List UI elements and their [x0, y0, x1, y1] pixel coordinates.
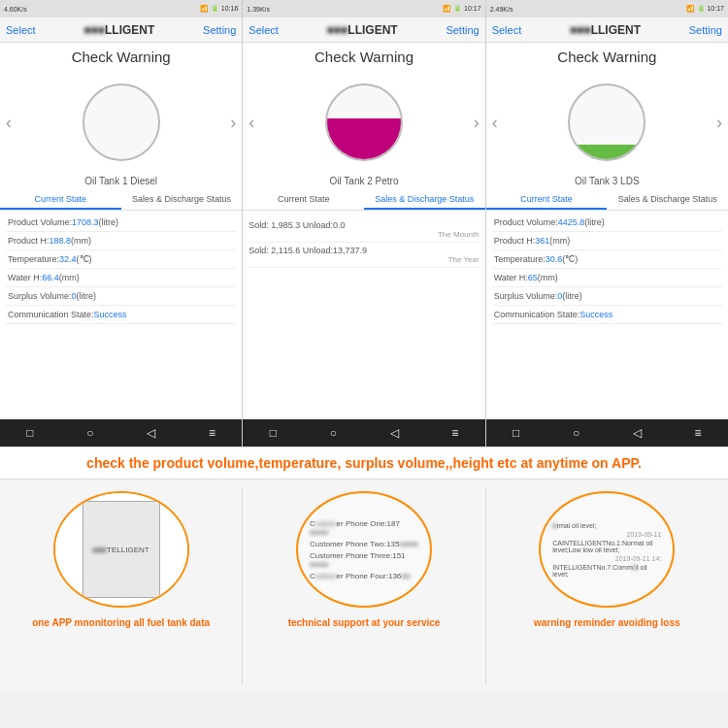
sales-list-2: Sold: 1,985.3 Unload:0.0 The Mounth Sold…: [243, 214, 484, 419]
status-bar-1: 4.60K/s 📶 🔋 10:16: [0, 0, 242, 17]
android-menu-3[interactable]: ≡: [695, 426, 702, 440]
nav-title-1: ■■■LLIGENT: [83, 23, 154, 37]
android-back-1[interactable]: ◁: [147, 426, 155, 440]
nav-title-2: ■■■LLIGENT: [327, 23, 398, 37]
tab-sales-1[interactable]: Sales & Discharge Status: [121, 190, 243, 210]
status-signal-1: 4.60K/s: [4, 6, 27, 13]
bottom-label-1: one APP mnonitoring all fuel tank data: [32, 617, 210, 628]
tab-current-state-3[interactable]: Current State: [486, 190, 608, 210]
data-row-3-3: Water H:65(mm): [492, 269, 722, 287]
tab-current-state-2[interactable]: Current State: [243, 190, 364, 210]
tab-sales-3[interactable]: Sales & Discharge Status: [607, 190, 728, 210]
data-row-1-4: Surplus Volume:0(litre): [6, 287, 236, 306]
contacts-content: Customer Phone One:187●●●● Customer Phon…: [306, 515, 422, 584]
data-row-1-2: Temperature:32.4(℃): [6, 250, 236, 269]
data-row-3-2: Temperature:30.6(℃): [492, 250, 722, 269]
arrow-right-1[interactable]: ›: [230, 113, 236, 133]
tab-bar-2: Current State Sales & Discharge Status: [243, 190, 484, 211]
arrow-left-1[interactable]: ‹: [6, 113, 12, 133]
sales-row-2-0: Sold: 1,985.3 Unload:0.0 The Mounth: [248, 217, 479, 243]
data-row-1-0: Product Volume:1708.3(litre): [6, 214, 236, 232]
tank-circle-1: [83, 83, 160, 161]
nav-setting-3[interactable]: Setting: [689, 24, 722, 36]
tank-circle-3: [568, 83, 645, 161]
check-warning-title-2: Check Warning: [243, 43, 484, 69]
status-signal-2: 1.39K/s: [247, 6, 270, 13]
tank-label-3: Oil Tank 3 LDS: [486, 176, 728, 186]
bottom-card-2: Customer Phone One:187●●●● Customer Phon…: [243, 487, 485, 685]
android-nav-2: □ ○ ◁ ≡: [243, 419, 484, 447]
nav-setting-2[interactable]: Setting: [446, 24, 479, 36]
data-row-3-4: Surplus Volume:0(litre): [492, 287, 722, 306]
tank-visual-2: ‹ ›: [243, 69, 484, 176]
android-circle-3[interactable]: ○: [573, 426, 579, 440]
android-square-3[interactable]: □: [513, 426, 519, 440]
check-warning-title-1: Check Warning: [0, 43, 242, 69]
nav-select-3[interactable]: Select: [492, 24, 522, 36]
bottom-card-1: ■■■TELLIGENT one APP mnonitoring all fue…: [0, 487, 243, 685]
status-bar-2: 1.39K/s 📶 🔋 10:17: [243, 0, 484, 17]
android-menu-2[interactable]: ≡: [451, 426, 458, 440]
status-icons-1: 📶 🔋 10:16: [200, 5, 238, 13]
android-menu-1[interactable]: ≡: [209, 426, 215, 440]
data-row-1-3: Water H:66.4(mm): [6, 269, 236, 287]
android-back-3[interactable]: ◁: [633, 426, 642, 440]
check-warning-title-3: Check Warning: [486, 43, 728, 69]
notifications-content: ■rmal oil level; 2019-09-11 CAINTELLIGEN…: [548, 518, 665, 581]
bottom-card-3: ■rmal oil level; 2019-09-11 CAINTELLIGEN…: [486, 487, 728, 685]
data-list-3: Product Volume:4425.8(litre) Product H:3…: [486, 214, 728, 419]
bottom-label-2: technical support at your service: [288, 617, 441, 628]
phone-3: 2.49K/s 📶 🔋 10:17 Select ■■■LLIGENT Sett…: [486, 0, 728, 447]
android-nav-3: □ ○ ◁ ≡: [486, 419, 728, 447]
status-icons-2: 📶 🔋 10:17: [443, 5, 480, 13]
tank-visual-3: ‹ ›: [486, 69, 728, 176]
android-square-2[interactable]: □: [270, 426, 277, 440]
android-square-1[interactable]: □: [26, 426, 33, 440]
phone-screen-1: ■■■TELLIGENT: [55, 493, 187, 606]
sales-row-2-1: Sold: 2,115.6 Unload:13,737.9 The Year: [248, 243, 479, 268]
oval-frame-1: ■■■TELLIGENT: [53, 491, 189, 608]
nav-bar-3: Select ■■■LLIGENT Setting: [486, 17, 728, 43]
data-row-1-5: Communication State:Success: [6, 306, 236, 324]
arrow-left-3[interactable]: ‹: [492, 113, 498, 133]
status-signal-3: 2.49K/s: [490, 6, 513, 13]
phone-inner-1: ■■■TELLIGENT: [83, 501, 160, 598]
nav-select-1[interactable]: Select: [6, 24, 36, 36]
oval-frame-2: Customer Phone One:187●●●● Customer Phon…: [296, 491, 432, 608]
data-row-1-1: Product H:188.8(mm): [6, 232, 236, 250]
arrow-right-3[interactable]: ›: [716, 113, 722, 133]
status-icons-3: 📶 🔋 10:17: [686, 5, 724, 13]
screen-text-1: ■■■TELLIGENT: [91, 544, 151, 556]
tab-bar-1: Current State Sales & Discharge Status: [0, 190, 242, 211]
bottom-label-3: warning reminder avoiding loss: [534, 617, 680, 628]
middle-description: check the product volume,temperature, su…: [0, 447, 728, 480]
android-circle-1[interactable]: ○: [86, 426, 93, 440]
tank-circle-2: [325, 83, 403, 161]
android-nav-1: □ ○ ◁ ≡: [0, 419, 242, 447]
arrow-left-2[interactable]: ‹: [248, 113, 254, 133]
data-row-3-0: Product Volume:4425.8(litre): [492, 214, 722, 232]
status-bar-3: 2.49K/s 📶 🔋 10:17: [486, 0, 728, 17]
nav-bar-1: Select ■■■LLIGENT Setting: [0, 17, 242, 43]
phone-2: 1.39K/s 📶 🔋 10:17 Select ■■■LLIGENT Sett…: [243, 0, 485, 447]
nav-select-2[interactable]: Select: [248, 24, 279, 36]
bottom-cards-container: ■■■TELLIGENT one APP mnonitoring all fue…: [0, 480, 728, 693]
tab-sales-2[interactable]: Sales & Discharge Status: [364, 190, 485, 210]
android-back-2[interactable]: ◁: [390, 426, 399, 440]
tab-bar-3: Current State Sales & Discharge Status: [486, 190, 728, 211]
arrow-right-2[interactable]: ›: [474, 113, 480, 133]
tank-visual-1: ‹ ›: [0, 69, 242, 176]
data-list-1: Product Volume:1708.3(litre) Product H:1…: [0, 214, 242, 419]
tab-current-state-1[interactable]: Current State: [0, 190, 121, 210]
oval-frame-3: ■rmal oil level; 2019-09-11 CAINTELLIGEN…: [539, 491, 675, 608]
data-row-3-1: Product H:361(mm): [492, 232, 722, 250]
nav-setting-1[interactable]: Setting: [203, 24, 236, 36]
android-circle-2[interactable]: ○: [330, 426, 337, 440]
tank-label-2: Oil Tank 2 Petro: [243, 176, 484, 186]
phones-container: 4.60K/s 📶 🔋 10:16 Select ■■■LLIGENT Sett…: [0, 0, 728, 447]
phone-1: 4.60K/s 📶 🔋 10:16 Select ■■■LLIGENT Sett…: [0, 0, 243, 447]
data-row-3-5: Communication State:Success: [492, 306, 722, 324]
tank-label-1: Oil Tank 1 Diesel: [0, 176, 242, 186]
nav-title-3: ■■■LLIGENT: [570, 23, 641, 37]
nav-bar-2: Select ■■■LLIGENT Setting: [243, 17, 484, 43]
